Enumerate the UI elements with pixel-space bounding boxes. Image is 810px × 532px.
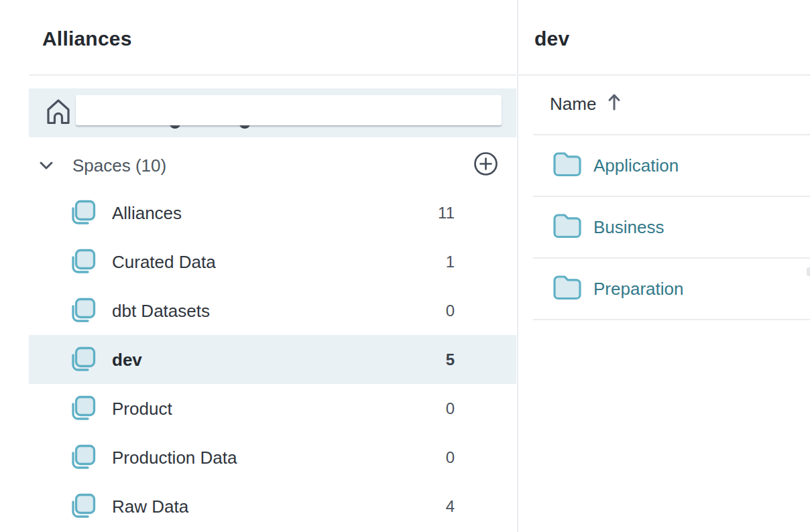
folder-link[interactable]: Application bbox=[593, 155, 679, 176]
space-dataset-count: 11 bbox=[438, 204, 455, 222]
spaces-section-header[interactable]: Spaces (10) bbox=[29, 150, 516, 180]
sidebar-space-item[interactable]: dbt Datasets 0 bbox=[29, 286, 516, 335]
folder-link[interactable]: Business bbox=[593, 217, 664, 238]
sidebar-space-item[interactable]: Curated Data 1 bbox=[29, 237, 516, 286]
folder-table: Application Business Preparation bbox=[533, 134, 810, 320]
space-dataset-count: 0 bbox=[446, 399, 455, 418]
sidebar: Alliances Spaces (10) bbox=[0, 0, 516, 532]
redaction-overlay bbox=[76, 95, 502, 125]
space-icon bbox=[67, 393, 98, 424]
space-dataset-count: 5 bbox=[446, 350, 455, 369]
table-row[interactable]: Preparation bbox=[533, 259, 810, 320]
sidebar-header-divider bbox=[29, 74, 516, 76]
spaces-list: Alliances 11 Curated Data 1 bbox=[29, 188, 516, 531]
space-dataset-count: 0 bbox=[446, 448, 455, 467]
table-row[interactable]: Business bbox=[533, 197, 810, 259]
folder-icon bbox=[552, 274, 583, 304]
name-column-label: Name bbox=[550, 94, 596, 115]
space-name: Raw Data bbox=[112, 496, 188, 517]
space-name: Alliances bbox=[112, 202, 182, 223]
sidebar-space-item[interactable]: Alliances 11 bbox=[29, 188, 516, 237]
table-header-name[interactable]: Name bbox=[550, 88, 621, 120]
space-dataset-count: 0 bbox=[446, 302, 455, 320]
folder-icon bbox=[552, 212, 583, 242]
page-title: dev bbox=[534, 27, 569, 50]
space-name: dbt Datasets bbox=[112, 300, 210, 321]
space-name: Curated Data bbox=[112, 251, 216, 272]
main-panel: dev Name Application bbox=[518, 0, 810, 532]
table-row[interactable]: Application bbox=[533, 135, 810, 197]
space-icon bbox=[67, 491, 98, 522]
sidebar-title: Alliances bbox=[42, 27, 132, 50]
space-icon bbox=[67, 442, 98, 473]
space-name: Production Data bbox=[112, 447, 237, 468]
home-icon bbox=[44, 97, 73, 129]
clipped-edge-artifact bbox=[807, 267, 810, 276]
space-icon bbox=[67, 198, 98, 228]
sidebar-space-item[interactable]: Raw Data 4 bbox=[29, 482, 516, 531]
folder-link[interactable]: Preparation bbox=[593, 279, 683, 300]
sidebar-space-item[interactable]: Product 0 bbox=[29, 384, 516, 433]
folder-icon bbox=[552, 151, 583, 180]
sidebar-space-item[interactable]: Production Data 0 bbox=[29, 433, 516, 482]
spaces-section-label: Spaces (10) bbox=[72, 155, 166, 176]
space-dataset-count: 4 bbox=[446, 497, 455, 516]
chevron-down-icon[interactable] bbox=[39, 161, 54, 173]
space-icon bbox=[67, 344, 98, 375]
home-row[interactable] bbox=[29, 88, 516, 137]
plus-circle-icon bbox=[473, 169, 499, 179]
sidebar-space-item[interactable]: dev 5 bbox=[29, 335, 516, 384]
add-space-button[interactable] bbox=[473, 151, 499, 177]
main-header-divider bbox=[518, 74, 810, 76]
space-dataset-count: 1 bbox=[446, 253, 455, 271]
space-name: Product bbox=[112, 398, 172, 419]
space-icon bbox=[67, 295, 98, 326]
space-name: dev bbox=[112, 349, 142, 370]
space-icon bbox=[67, 247, 98, 277]
sort-ascending-arrow-icon bbox=[608, 92, 621, 116]
